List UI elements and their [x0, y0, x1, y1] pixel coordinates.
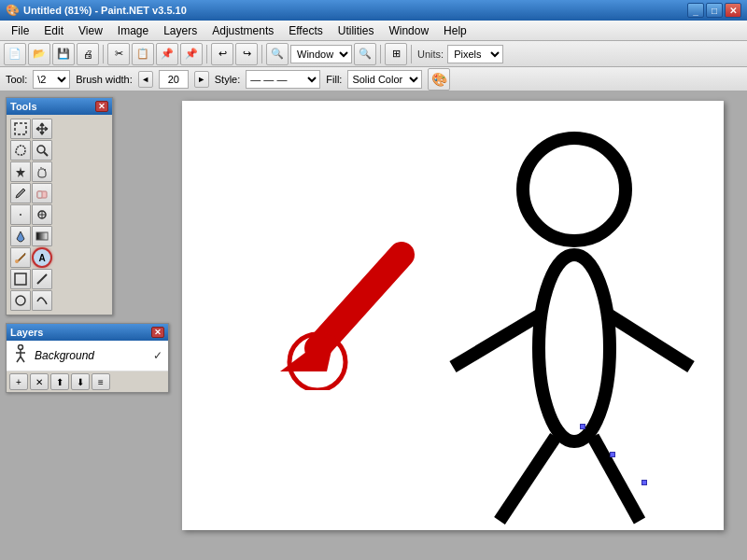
close-button[interactable]: ✕	[725, 3, 741, 18]
paste2-button[interactable]: 📌	[180, 43, 203, 65]
sep3	[261, 45, 262, 63]
layers-merge-button[interactable]: ⬇	[71, 373, 90, 390]
menu-edit[interactable]: Edit	[36, 22, 71, 39]
save-button[interactable]: 💾	[52, 43, 75, 65]
layer-background-check[interactable]: ✓	[153, 349, 162, 362]
print-button[interactable]: 🖨	[77, 43, 99, 65]
menu-bar: File Edit View Image Layers Adjustments …	[0, 21, 747, 41]
layers-duplicate-button[interactable]: ⬆	[50, 373, 69, 390]
menu-view[interactable]: View	[71, 22, 110, 39]
tool-move[interactable]	[32, 119, 52, 139]
tools-panel-title: Tools	[10, 101, 37, 112]
grid-button[interactable]: ⊞	[385, 43, 407, 65]
brush-width-down[interactable]: ◄	[138, 71, 153, 88]
tool-freeform[interactable]	[32, 290, 52, 311]
svg-point-14	[16, 296, 25, 305]
tool-label: Tool:	[6, 74, 27, 85]
menu-file[interactable]: File	[4, 22, 36, 39]
layer-background-icon	[12, 344, 29, 367]
svg-line-13	[37, 274, 47, 284]
layer-background[interactable]: Background ✓	[7, 341, 168, 371]
canvas-svg	[182, 101, 724, 530]
sep2	[206, 45, 207, 63]
tool-lasso[interactable]	[10, 140, 31, 161]
svg-point-11	[15, 259, 19, 263]
menu-image[interactable]: Image	[110, 22, 156, 39]
window-title: Untitled (81%) - Paint.NET v3.5.10	[23, 5, 187, 16]
cut-button[interactable]: ✂	[107, 43, 130, 65]
tool-magic-wand[interactable]	[10, 161, 31, 182]
layers-properties-button[interactable]: ≡	[92, 373, 110, 390]
menu-window[interactable]: Window	[381, 22, 436, 39]
app-icon: 🎨	[6, 4, 20, 17]
tool-text[interactable]: A	[32, 247, 52, 268]
svg-rect-4	[37, 191, 42, 198]
layers-delete-button[interactable]: ✕	[30, 373, 49, 390]
tool-rectangle-select[interactable]	[10, 119, 31, 139]
fill-select[interactable]: Solid Color	[347, 70, 422, 89]
redo-button[interactable]: ↪	[235, 43, 258, 65]
menu-effects[interactable]: Effects	[281, 22, 330, 39]
zoom-out-button[interactable]: 🔍	[266, 43, 289, 65]
tool-eraser[interactable]	[32, 183, 52, 203]
tool-line[interactable]	[32, 269, 52, 289]
layers-add-button[interactable]: +	[9, 373, 28, 390]
sel-handle-2[interactable]	[610, 452, 615, 457]
tool-paint-bucket[interactable]	[10, 226, 31, 246]
svg-point-1	[37, 146, 45, 153]
maximize-button[interactable]: □	[706, 3, 723, 18]
new-button[interactable]: 📄	[4, 43, 26, 65]
tool-brush[interactable]	[10, 204, 31, 225]
brush-width-label: Brush width:	[76, 74, 133, 85]
tools-panel-close[interactable]: ✕	[95, 101, 108, 112]
canvas[interactable]	[182, 101, 724, 530]
svg-line-25	[593, 437, 640, 521]
svg-point-15	[19, 345, 23, 350]
tools-grid: A	[7, 115, 112, 315]
svg-rect-10	[36, 232, 48, 240]
left-panel: Tools ✕	[0, 91, 173, 560]
brush-width-input[interactable]	[159, 70, 189, 89]
open-button[interactable]: 📂	[28, 43, 50, 65]
tool-pan[interactable]	[32, 161, 52, 182]
layers-footer: + ✕ ⬆ ⬇ ≡	[7, 371, 168, 392]
menu-help[interactable]: Help	[436, 22, 474, 39]
svg-line-18	[17, 357, 21, 362]
tool-options-bar: Tool: \2 Brush width: ◄ ► Style: — — — F…	[0, 67, 747, 91]
color-picker-btn[interactable]: 🎨	[428, 68, 450, 91]
undo-button[interactable]: ↩	[211, 43, 233, 65]
sep1	[103, 45, 104, 63]
tool-select[interactable]: \2	[33, 70, 70, 89]
style-label: Style:	[215, 74, 241, 85]
tool-zoom[interactable]	[32, 140, 52, 161]
paste-button[interactable]: 📌	[156, 43, 178, 65]
sel-handle-1[interactable]	[580, 424, 585, 429]
sep5	[411, 45, 412, 63]
sel-handle-3[interactable]	[641, 480, 647, 485]
toolbar: 📄 📂 💾 🖨 ✂ 📋 📌 📌 ↩ ↪ 🔍 Window 🔍 ⊞ Units: …	[0, 41, 747, 67]
menu-utilities[interactable]: Utilities	[331, 22, 382, 39]
svg-point-20	[523, 138, 626, 241]
menu-adjustments[interactable]: Adjustments	[204, 22, 281, 39]
menu-layers[interactable]: Layers	[156, 22, 204, 39]
sep4	[380, 45, 381, 63]
minimize-button[interactable]: _	[687, 3, 704, 18]
tool-clone-stamp[interactable]	[32, 204, 52, 225]
brush-width-up[interactable]: ►	[194, 71, 209, 88]
tool-ellipse[interactable]	[10, 290, 31, 311]
layers-panel: Layers ✕ Background ✓ +	[6, 323, 169, 393]
style-select[interactable]: — — —	[246, 70, 320, 89]
tool-color-picker[interactable]	[10, 247, 31, 268]
tool-shapes[interactable]	[10, 269, 31, 289]
layers-panel-close[interactable]: ✕	[151, 327, 164, 338]
svg-line-23	[610, 315, 691, 367]
tool-pencil[interactable]	[10, 183, 31, 203]
copy-button[interactable]: 📋	[132, 43, 154, 65]
tool-gradient[interactable]	[32, 226, 52, 246]
zoom-in-button[interactable]: 🔍	[354, 43, 376, 65]
svg-line-24	[500, 437, 556, 521]
svg-rect-0	[15, 123, 26, 134]
window-select[interactable]: Window	[290, 45, 352, 63]
title-bar: 🎨 Untitled (81%) - Paint.NET v3.5.10 _ □…	[0, 0, 747, 21]
units-select[interactable]: Pixels	[447, 45, 503, 63]
